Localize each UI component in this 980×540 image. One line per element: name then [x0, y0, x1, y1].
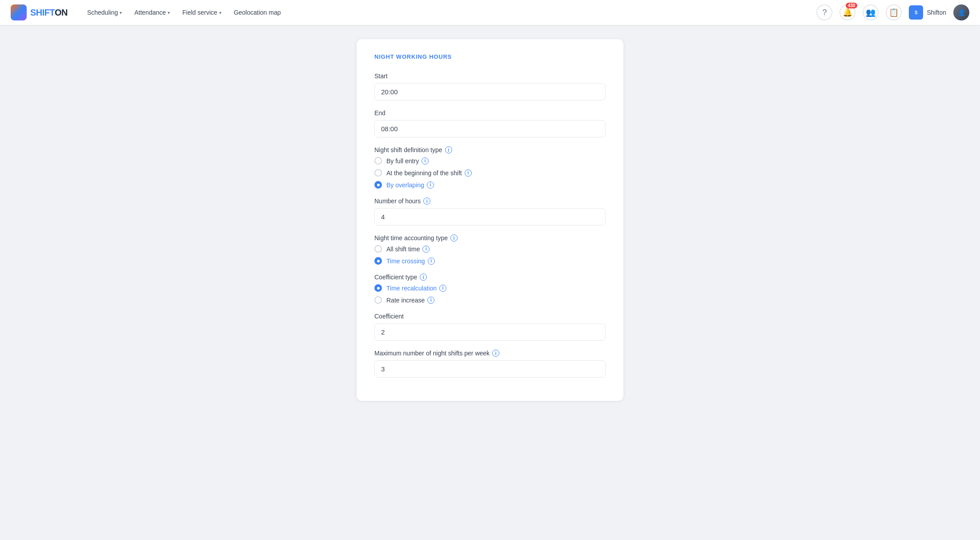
radio-full-entry-input[interactable] [374, 157, 382, 165]
brand-logo: S [909, 5, 923, 20]
radio-rate-increase[interactable]: Rate increase i [374, 296, 606, 304]
radio-all-shift[interactable]: All shift time i [374, 245, 606, 253]
brand-name: Shifton [927, 9, 946, 16]
coefficient-type-label: Coefficient type i [374, 274, 606, 281]
notifications-button[interactable]: 🔔 430 [839, 4, 855, 20]
radio-time-recalculation-label: Time recalculation i [386, 285, 446, 292]
accounting-type-info-icon[interactable]: i [450, 234, 458, 242]
radio-all-shift-input[interactable] [374, 245, 382, 253]
accounting-type-label: Night time accounting type i [374, 234, 606, 242]
max-shifts-info-icon[interactable]: i [492, 350, 499, 357]
navbar: SHIFTON Scheduling ▾ Attendance ▾ Field … [0, 0, 980, 25]
hours-label: Number of hours i [374, 197, 606, 205]
start-group: Start [374, 73, 606, 101]
help-button[interactable]: ? [816, 4, 832, 20]
definition-type-label: Night shift definition type i [374, 146, 606, 153]
chevron-down-icon: ▾ [219, 10, 221, 15]
nav-right: ? 🔔 430 👥 📋 S Shifton 👤 [816, 4, 969, 20]
definition-type-radio-group: By full entry i At the beginning of the … [374, 157, 606, 189]
nav-item-scheduling[interactable]: Scheduling ▾ [82, 6, 127, 19]
nav-item-field-service[interactable]: Field service ▾ [177, 6, 227, 19]
radio-all-shift-label: All shift time i [386, 246, 430, 253]
night-working-hours-card: NIGHT WORKING HOURS Start End Night shif… [357, 39, 623, 401]
radio-time-crossing-label: Time crossing i [386, 258, 435, 265]
section-title: NIGHT WORKING HOURS [374, 53, 606, 60]
accounting-type-group: Night time accounting type i All shift t… [374, 234, 606, 265]
brand-switcher[interactable]: S Shifton [909, 5, 946, 20]
start-input[interactable] [374, 83, 606, 101]
coefficient-input[interactable] [374, 323, 606, 341]
chevron-down-icon: ▾ [120, 10, 122, 15]
rate-increase-info-icon[interactable]: i [427, 297, 434, 304]
radio-time-recalculation[interactable]: Time recalculation i [374, 284, 606, 292]
radio-beginning-input[interactable] [374, 169, 382, 177]
nav-item-attendance[interactable]: Attendance ▾ [129, 6, 175, 19]
radio-time-recalculation-input[interactable] [374, 284, 382, 292]
users-button[interactable]: 👥 [863, 4, 879, 20]
logo-icon [11, 4, 27, 20]
user-avatar[interactable]: 👤 [953, 4, 969, 20]
bell-icon: 🔔 [843, 8, 852, 17]
hours-info-icon[interactable]: i [423, 197, 430, 205]
chevron-down-icon: ▾ [168, 10, 170, 15]
overlaping-info-icon[interactable]: i [427, 181, 434, 189]
logo[interactable]: SHIFTON [11, 4, 68, 20]
radio-overlaping-input[interactable] [374, 181, 382, 189]
users-icon: 👥 [866, 8, 876, 17]
radio-time-crossing[interactable]: Time crossing i [374, 257, 606, 265]
radio-overlaping[interactable]: By overlaping i [374, 181, 606, 189]
time-crossing-info-icon[interactable]: i [428, 258, 435, 265]
end-input[interactable] [374, 120, 606, 137]
logo-text: SHIFTON [30, 8, 68, 18]
radio-rate-increase-label: Rate increase i [386, 297, 434, 304]
radio-full-entry-label: By full entry i [386, 157, 429, 165]
radio-rate-increase-input[interactable] [374, 296, 382, 304]
coefficient-group: Coefficient [374, 313, 606, 341]
radio-beginning-label: At the beginning of the shift i [386, 169, 472, 177]
page-content: NIGHT WORKING HOURS Start End Night shif… [0, 25, 980, 415]
radio-beginning[interactable]: At the beginning of the shift i [374, 169, 606, 177]
nav-item-geolocation[interactable]: Geolocation map [229, 6, 286, 19]
definition-type-info-icon[interactable]: i [445, 146, 452, 153]
time-recalculation-info-icon[interactable]: i [439, 285, 446, 292]
all-shift-info-icon[interactable]: i [422, 246, 430, 253]
notification-badge: 430 [846, 3, 858, 8]
clipboard-button[interactable]: 📋 [886, 4, 902, 20]
coefficient-type-group: Coefficient type i Time recalculation i … [374, 274, 606, 304]
end-group: End [374, 109, 606, 137]
radio-time-crossing-input[interactable] [374, 257, 382, 265]
radio-overlaping-label: By overlaping i [386, 181, 434, 189]
full-entry-info-icon[interactable]: i [422, 157, 429, 165]
radio-full-entry[interactable]: By full entry i [374, 157, 606, 165]
accounting-type-radio-group: All shift time i Time crossing i [374, 245, 606, 265]
start-label: Start [374, 73, 606, 80]
coefficient-label: Coefficient [374, 313, 606, 320]
clipboard-icon: 📋 [889, 8, 899, 17]
coefficient-type-radio-group: Time recalculation i Rate increase i [374, 284, 606, 304]
coefficient-type-info-icon[interactable]: i [420, 274, 427, 281]
end-label: End [374, 109, 606, 117]
max-shifts-input[interactable] [374, 360, 606, 378]
max-shifts-label: Maximum number of night shifts per week … [374, 350, 606, 357]
question-icon: ? [822, 8, 827, 17]
hours-group: Number of hours i [374, 197, 606, 226]
hours-input[interactable] [374, 208, 606, 226]
definition-type-group: Night shift definition type i By full en… [374, 146, 606, 189]
max-shifts-group: Maximum number of night shifts per week … [374, 350, 606, 378]
beginning-info-icon[interactable]: i [465, 169, 472, 177]
nav-items: Scheduling ▾ Attendance ▾ Field service … [82, 6, 816, 19]
